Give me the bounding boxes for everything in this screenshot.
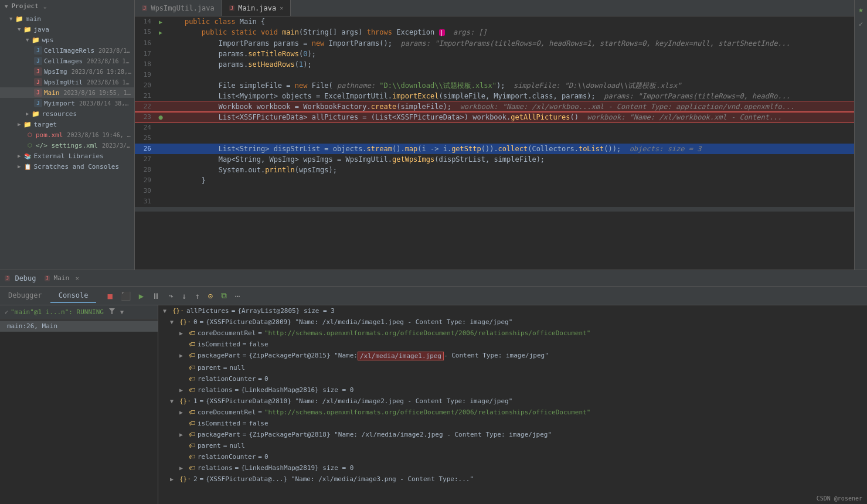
main-java-label: Main (44, 89, 60, 97)
var-name: packagePart (198, 431, 240, 438)
bookmark-icon[interactable]: ★ (858, 5, 863, 14)
sidebar-item-main[interactable]: ▼ 📁 main (0, 13, 134, 24)
var-iscommitted1[interactable]: 🏷 isCommitted = false (158, 418, 867, 429)
line-arrow-14[interactable]: ▶ (156, 16, 165, 27)
step-into-btn[interactable]: ↓ (180, 290, 188, 302)
thread-dropdown-btn[interactable]: ▼ (120, 309, 124, 315)
java-arrow: ▼ (18, 26, 21, 32)
stop2-btn[interactable]: ⬛ (119, 290, 132, 302)
var-name: 1 (193, 397, 198, 405)
sidebar-item-wpsimgutil[interactable]: J WpsImgUtil 2023/8/16 19:27, 6.79 kB A … (0, 77, 134, 87)
resources-icon: 📁 (32, 110, 40, 118)
line-num-25: 25 (135, 133, 156, 144)
line-arrow-23: ● (156, 112, 165, 122)
var-packagepart0[interactable]: ▶ 🏷 packagePart = {ZipPackagePart@2815} … (158, 350, 867, 362)
debug-thread: ✓ "main"@1 i...n": RUNNING ▼ (0, 305, 158, 319)
sidebar-item-wpsimg[interactable]: J WpsImg 2023/8/16 19:28, 446 B 27 minut… (0, 66, 134, 77)
var-relations0[interactable]: ▶ 🏷 relations = {LinkedHashMap@2816} siz… (158, 384, 867, 396)
var-allpictures[interactable]: ▼ {}· allPictures = {ArrayList@2805} siz… (158, 305, 867, 316)
sidebar-item-target[interactable]: ▶ 📁 target (0, 119, 134, 130)
wpsimgutil-meta: 2023/8/16 19:27, 6.79 kB A min... (87, 79, 132, 86)
main-label: main (25, 15, 41, 23)
var-tag: 🏷 (189, 420, 195, 427)
var-eq: = (243, 352, 247, 359)
var-coredocrel1[interactable]: ▶ 🏷 coreDocumentRel = "http://schemas.op… (158, 407, 867, 418)
var-relations1[interactable]: ▶ 🏷 relations = {LinkedHashMap@2819} siz… (158, 462, 867, 474)
var-relcounter0[interactable]: 🏷 relationCounter = 0 (158, 373, 867, 384)
var-relcounter1[interactable]: 🏷 relationCounter = 0 (158, 451, 867, 462)
expand-icon: ▼ (170, 398, 177, 404)
sidebar-item-java[interactable]: ▼ 📁 java (0, 24, 134, 35)
var-val: false (249, 340, 268, 348)
code-line-26: 26 List<String> dispStrList = objects.st… (135, 144, 854, 154)
wpsimgutil-tab-label: WpsImgUtil.java (151, 4, 214, 12)
var-item0[interactable]: ▼ {}· 0 = {XSSFPictureData@2809} "Name: … (158, 316, 867, 328)
debug-java-icon: J (5, 275, 10, 281)
var-val: "http://schemas.openxmlformats.org/offic… (264, 408, 590, 416)
var-iscommitted0[interactable]: 🏷 isCommitted = false (158, 339, 867, 350)
main-folder-icon: 📁 (15, 15, 23, 23)
debug-main-tab[interactable]: J Main ✕ (45, 274, 79, 282)
var-tag: 🏷 (189, 442, 195, 449)
cellimagrels-label: CellImageRels (44, 47, 94, 55)
line-num-20: 20 (135, 80, 156, 91)
sidebar-item-wps[interactable]: ▼ 📁 wps (0, 35, 134, 45)
code-lines: 14 ▶ public class Main { 15 ▶ public sta… (135, 16, 854, 207)
sidebar-item-main-java[interactable]: J Main 2023/8/16 19:55, 1.2 kB Moments a… (0, 87, 134, 98)
var-val: {XSSFPictureData@2809} "Name: /xl/media/… (206, 318, 512, 326)
debug-main-tab-close[interactable]: ✕ (76, 275, 79, 281)
line-num-14: 14 (135, 16, 156, 27)
var-val: false (249, 420, 268, 427)
var-parent0[interactable]: 🏷 parent = null (158, 362, 867, 373)
thread-filter-btn[interactable] (108, 308, 115, 316)
tab-wpsimgutil[interactable]: J WpsImgUtil.java (135, 0, 222, 16)
project-arrow[interactable]: ▼ (5, 4, 8, 9)
pause-btn[interactable]: ⏸ (150, 290, 162, 302)
myimport-meta: 2023/8/14 38, 1.74 kB Today 14:38... (79, 100, 132, 107)
var-eq: = (243, 431, 247, 438)
main-tab-close[interactable]: ✕ (280, 5, 283, 11)
tab-bar: J WpsImgUtil.java J Main.java ✕ (135, 0, 854, 16)
stop-btn[interactable]: ■ (106, 290, 114, 302)
stack-item-main26[interactable]: main:26, Main (0, 321, 158, 332)
sidebar-item-settings[interactable]: ⬡ </> settings.xml 2023/3/13 16:28, 11.6… (0, 140, 134, 151)
var-coredocrel0[interactable]: ▶ 🏷 coreDocumentRel = "http://schemas.op… (158, 328, 867, 339)
tab-main[interactable]: J Main.java ✕ (222, 0, 291, 16)
scratches-icon: 📋 (23, 162, 32, 171)
var-eq: = (243, 420, 247, 427)
tab-debugger[interactable]: Debugger (0, 289, 50, 303)
more-btn[interactable]: ⋯ (233, 290, 242, 302)
sidebar-item-ext-libs[interactable]: ▶ 📚 External Libraries (0, 151, 134, 161)
line-num-23: 23 (135, 112, 156, 122)
debug-title: Debug (15, 274, 36, 282)
run-to-cursor-btn[interactable]: ⊙ (206, 290, 215, 302)
target-arrow: ▶ (18, 121, 21, 127)
sidebar-item-scratches[interactable]: ▶ 📋 Scratches and Consoles (0, 161, 134, 172)
settings-icon: ⬡ (26, 141, 34, 149)
sidebar-item-cellimagrels[interactable]: J CellImageRels 2023/8/16 19:24, 630 B 3… (0, 45, 134, 56)
step-over-btn[interactable]: ↷ (166, 290, 175, 302)
sidebar-item-pom[interactable]: ⬡ pom.xml 2023/8/16 19:46, 2.12 kB 4 min… (0, 130, 134, 140)
var-item1[interactable]: ▼ {}· 1 = {XSSFPictureData@2810} "Name: … (158, 396, 867, 407)
var-packagepart1[interactable]: ▶ 🏷 packagePart = {ZipPackagePart@2818} … (158, 429, 867, 440)
evaluate-btn[interactable]: ⧉ (219, 290, 229, 302)
sidebar-item-resources[interactable]: ▶ 📁 resources (0, 108, 134, 119)
line-arrow-15[interactable]: ▶ (156, 27, 165, 38)
main-java-icon: J (34, 88, 42, 97)
var-item2[interactable]: ▶ {}· 2 = {XSSFPictureData@...} "Name: /… (158, 474, 867, 485)
project-chevron[interactable]: ⌄ (43, 3, 47, 9)
todo-icon[interactable]: ✓ (859, 20, 863, 28)
sidebar-item-myimport[interactable]: J Myimport 2023/8/14 38, 1.74 kB Today 1… (0, 98, 134, 108)
var-tag: 🏷 (189, 375, 195, 383)
line-content-24 (165, 122, 854, 133)
var-eq: = (258, 375, 262, 383)
tab-console[interactable]: Console (50, 289, 97, 303)
line-content-26: List<String> dispStrList = objects.strea… (165, 144, 854, 154)
step-out-btn[interactable]: ↑ (193, 290, 201, 302)
resume-btn[interactable]: ▶ (137, 290, 145, 302)
sidebar-item-cellimages[interactable]: J CellImages 2023/8/16 19:23, 2.13 kB 31… (0, 56, 134, 66)
var-name: 0 (193, 318, 198, 326)
code-editor[interactable]: 14 ▶ public class Main { 15 ▶ public sta… (135, 16, 854, 270)
var-parent1[interactable]: 🏷 parent = null (158, 440, 867, 451)
horizontal-scrollbar[interactable] (135, 207, 854, 212)
